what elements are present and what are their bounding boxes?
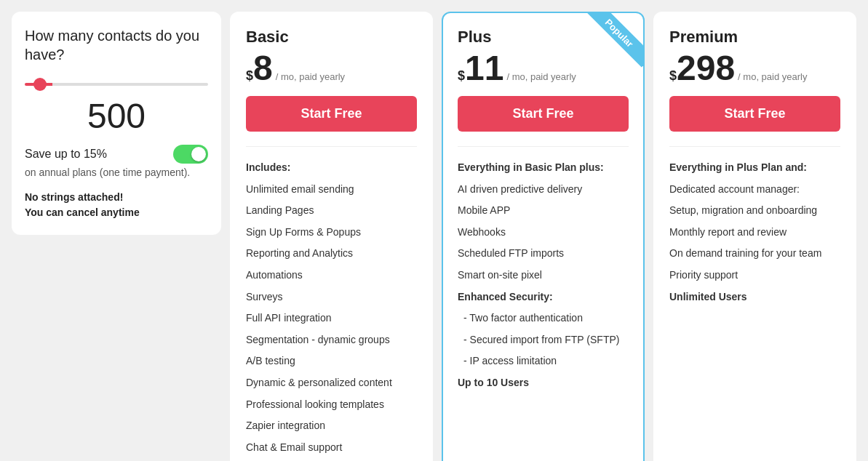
contacts-count: 500 <box>25 96 208 136</box>
feature-item: Everything in Basic Plan plus: <box>458 157 629 179</box>
feature-item: Chat & Email support <box>246 437 417 459</box>
price-dollar: $ <box>458 68 465 84</box>
feature-item: Landing Pages <box>246 200 417 222</box>
feature-item: - Secured import from FTP (SFTP) <box>458 329 629 351</box>
contacts-slider[interactable] <box>25 83 208 86</box>
feature-item: 1 user <box>246 458 417 461</box>
contacts-question: How many contacts do you have? <box>25 26 208 64</box>
start-free-button-basic[interactable]: Start Free <box>246 96 417 132</box>
start-free-button-premium[interactable]: Start Free <box>669 96 840 132</box>
divider <box>246 146 417 147</box>
feature-item: - Two factor authentication <box>458 308 629 329</box>
toggle-thumb <box>191 147 206 161</box>
feature-item: Enhanced Security: <box>458 286 629 308</box>
feature-list-plus: Everything in Basic Plan plus:AI driven … <box>458 157 629 394</box>
feature-list-premium: Everything in Plus Plan and:Dedicated ac… <box>669 157 840 308</box>
feature-item: Sign Up Forms & Popups <box>246 222 417 244</box>
feature-item: Includes: <box>246 157 417 179</box>
price-amount: 298 <box>677 51 735 86</box>
card-title-premium: Premium <box>669 28 840 47</box>
price-row-plus: $ 11 / mo, paid yearly <box>458 51 629 86</box>
price-amount: 8 <box>253 51 273 86</box>
feature-item: Mobile APP <box>458 200 629 222</box>
cards-container: Basic $ 8 / mo, paid yearly Start Free I… <box>230 12 856 461</box>
feature-item: Smart on-site pixel <box>458 265 629 286</box>
price-period: / mo, paid yearly <box>738 71 807 82</box>
feature-item: Monthly report and review <box>669 222 840 244</box>
feature-item: Professional looking templates <box>246 394 417 416</box>
feature-item: Unlimited email sending <box>246 179 417 201</box>
price-row-basic: $ 8 / mo, paid yearly <box>246 51 417 86</box>
feature-item: Unlimited Users <box>669 286 840 308</box>
price-amount: 11 <box>465 51 503 86</box>
annual-note: on annual plans (one time payment). <box>25 167 208 178</box>
feature-item: Dynamic & personalized content <box>246 372 417 394</box>
feature-item: Full API integration <box>246 308 417 329</box>
price-dollar: $ <box>669 68 677 84</box>
divider <box>458 146 629 147</box>
feature-item: Zapier integration <box>246 415 417 437</box>
divider <box>669 146 840 147</box>
card-title-basic: Basic <box>246 28 417 47</box>
feature-item: Dedicated account manager: <box>669 179 840 201</box>
feature-item: Everything in Plus Plan and: <box>669 157 840 179</box>
card-plus: Popular Plus $ 11 / mo, paid yearly Star… <box>442 12 645 461</box>
feature-item: Automations <box>246 265 417 286</box>
no-strings: No strings attached! You can cancel anyt… <box>25 190 208 220</box>
feature-item: On demand training for your team <box>669 243 840 265</box>
card-basic: Basic $ 8 / mo, paid yearly Start Free I… <box>230 12 433 461</box>
feature-item: Segmentation - dynamic groups <box>246 329 417 351</box>
price-dollar: $ <box>246 68 253 84</box>
price-period: / mo, paid yearly <box>276 71 345 82</box>
feature-item: Surveys <box>246 286 417 308</box>
card-title-plus: Plus <box>458 28 629 47</box>
feature-item: Reporting and Analytics <box>246 243 417 265</box>
save-label: Save up to 15% <box>25 148 107 161</box>
card-premium: Premium $ 298 / mo, paid yearly Start Fr… <box>653 12 856 461</box>
feature-item: Priority support <box>669 265 840 286</box>
feature-item: Scheduled FTP imports <box>458 243 629 265</box>
pricing-container: How many contacts do you have? 500 Save … <box>12 12 856 461</box>
toggle-track <box>173 145 208 164</box>
feature-item: Webhooks <box>458 222 629 244</box>
slider-wrapper[interactable] <box>25 76 208 89</box>
left-panel: How many contacts do you have? 500 Save … <box>12 12 221 235</box>
feature-item: - IP access limitation <box>458 350 629 372</box>
feature-list-basic: Includes:Unlimited email sendingLanding … <box>246 157 417 461</box>
save-row: Save up to 15% <box>25 145 208 164</box>
start-free-button-plus[interactable]: Start Free <box>458 96 629 132</box>
feature-item: AI driven predictive delivery <box>458 179 629 201</box>
feature-item: A/B testing <box>246 350 417 372</box>
price-period: / mo, paid yearly <box>506 71 576 82</box>
feature-item: Setup, migration and onboarding <box>669 200 840 222</box>
price-row-premium: $ 298 / mo, paid yearly <box>669 51 840 86</box>
annual-toggle[interactable] <box>173 145 208 164</box>
feature-item: Up to 10 Users <box>458 372 629 394</box>
